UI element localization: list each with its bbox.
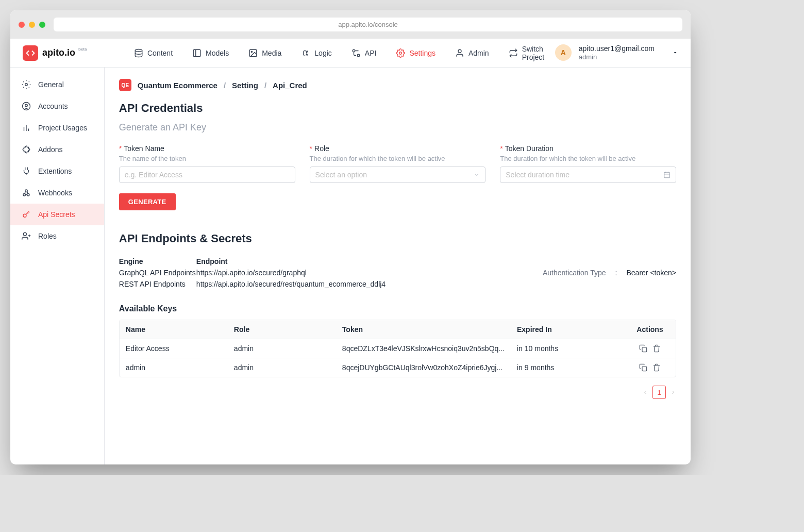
select-placeholder: Select duration time [506, 171, 569, 179]
svg-point-18 [23, 214, 26, 217]
nav-item-label: Models [206, 49, 229, 57]
sidebar-item-roles[interactable]: Roles [10, 225, 104, 247]
svg-point-5 [353, 49, 355, 52]
address-bar[interactable]: app.apito.io/console [54, 18, 682, 31]
td-name: Editor Access [120, 339, 228, 358]
bar-chart-icon [22, 123, 31, 132]
pagination: 1 [119, 386, 676, 399]
svg-point-9 [25, 84, 28, 86]
th-role: Role [228, 320, 336, 339]
nav-item-label: Switch Project [522, 45, 555, 61]
page-subtitle: Generate an API Key [119, 122, 676, 133]
endpoint-engine: GraphQL API Endpoints [119, 267, 196, 278]
keys-title: Available Keys [119, 304, 676, 313]
duration-select[interactable]: Select duration time [500, 167, 676, 183]
page-number[interactable]: 1 [652, 386, 666, 399]
chevron-down-icon [672, 49, 678, 56]
avatar: A [555, 44, 572, 61]
nav-content[interactable]: Content [134, 48, 173, 58]
user-menu[interactable]: A apito.user1@gmail.com admin [555, 44, 678, 61]
nav-settings[interactable]: Settings [396, 48, 435, 58]
svg-point-6 [357, 54, 360, 57]
nav-media[interactable]: Media [248, 48, 281, 58]
generate-button[interactable]: GENERATE [119, 193, 176, 210]
webhook-icon [22, 188, 31, 197]
breadcrumb-part[interactable]: Setting [232, 81, 258, 90]
sidebar-item-label: Addons [38, 145, 62, 154]
td-expired: in 10 months [511, 339, 624, 358]
endpoint-row: GraphQL API Endpoints https://api.apito.… [119, 267, 386, 278]
main-content: QE Quantum Ecommerce / Setting / Api_Cre… [105, 68, 691, 464]
copy-icon[interactable] [639, 363, 647, 372]
role-select[interactable]: Select an option [310, 167, 486, 183]
nav-item-label: API [365, 49, 377, 57]
nav-item-label: Settings [409, 49, 435, 57]
sidebar-item-label: Project Usages [38, 124, 87, 132]
svg-point-0 [135, 49, 142, 52]
nav-item-label: Logic [314, 49, 331, 57]
endpoint-row: REST API Endpoints https://api.apito.io/… [119, 278, 386, 290]
select-placeholder: Select an option [315, 171, 367, 179]
field-hint: The name of the token [119, 155, 295, 162]
nav-models[interactable]: Models [192, 48, 229, 58]
th-actions: Actions [624, 320, 676, 339]
token-name-input[interactable] [119, 167, 295, 183]
settings-sidebar: General Accounts Project Usages Addons E… [10, 68, 105, 464]
field-label: Token Duration [505, 144, 554, 153]
close-window-dot[interactable] [19, 22, 25, 28]
td-role: admin [228, 358, 336, 377]
endpoint-engine: REST API Endpoints [119, 278, 196, 290]
td-name: admin [120, 358, 228, 377]
nav-item-label: Media [262, 49, 281, 57]
breadcrumb-separator: / [224, 81, 226, 90]
nav-logic[interactable]: Logic [301, 48, 331, 58]
svg-rect-24 [642, 347, 647, 352]
svg-rect-1 [193, 49, 200, 57]
breadcrumb: QE Quantum Ecommerce / Setting / Api_Cre… [119, 79, 676, 91]
sidebar-item-label: General [38, 80, 64, 89]
svg-point-7 [399, 52, 402, 54]
auth-label: Authentication Type [543, 269, 606, 277]
field-hint: The duration for which the token will be… [500, 155, 676, 162]
svg-rect-25 [642, 367, 647, 371]
svg-point-8 [458, 49, 461, 53]
project-badge: QE [119, 79, 131, 91]
logo[interactable]: apito.io beta [23, 45, 126, 61]
sidebar-item-accounts[interactable]: Accounts [10, 95, 104, 117]
sidebar-item-addons[interactable]: Addons [10, 139, 104, 160]
puzzle-icon [22, 145, 31, 154]
trash-icon[interactable] [652, 363, 661, 372]
calendar-icon [663, 171, 671, 178]
sidebar-item-label: Webhooks [38, 189, 72, 197]
nav-api[interactable]: API [351, 48, 377, 58]
page-next[interactable] [670, 389, 676, 395]
copy-icon[interactable] [639, 344, 647, 353]
sidebar-item-usages[interactable]: Project Usages [10, 117, 104, 139]
nav-item-label: Content [147, 49, 173, 57]
logo-text: apito.io [42, 47, 75, 58]
maximize-window-dot[interactable] [39, 22, 45, 28]
token-name-field: *Token Name The name of the token [119, 144, 295, 183]
keys-table: Name Role Token Expired In Actions Edito… [119, 320, 676, 377]
endpoint-url: https://api.apito.io/secured/rest/quantu… [196, 278, 386, 290]
breadcrumb-part[interactable]: Quantum Ecommerce [138, 81, 217, 90]
page-prev[interactable] [642, 389, 648, 395]
th-name: Name [120, 320, 228, 339]
td-token: 8qceDZLxT3e4leVJSKslrxwHcsnoiq3uv2n5sbQq… [336, 339, 511, 358]
sidebar-item-general[interactable]: General [10, 74, 104, 95]
switch-icon [509, 48, 518, 58]
sidebar-item-webhooks[interactable]: Webhooks [10, 182, 104, 204]
sidebar-item-api-secrets[interactable]: Api Secrets [10, 204, 104, 225]
nav-switch-project[interactable]: Switch Project [509, 45, 555, 61]
sidebar-item-label: Extentions [38, 167, 72, 175]
endpoint-url: https://api.apito.io/secured/graphql [196, 267, 307, 278]
trash-icon[interactable] [652, 344, 661, 353]
nav-admin[interactable]: Admin [455, 48, 489, 58]
sidebar-item-extensions[interactable]: Extentions [10, 160, 104, 182]
minimize-window-dot[interactable] [29, 22, 35, 28]
field-label: Token Name [124, 144, 164, 153]
database-icon [134, 48, 143, 58]
chevron-down-icon [474, 172, 480, 178]
svg-point-10 [23, 103, 30, 110]
duration-field: *Token Duration The duration for which t… [500, 144, 676, 183]
